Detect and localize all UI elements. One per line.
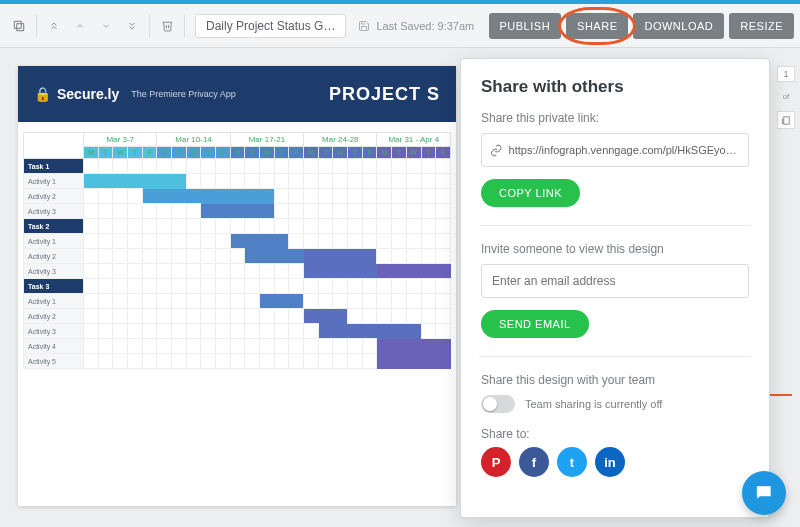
- page-of: of: [783, 92, 790, 101]
- share-button[interactable]: SHARE: [566, 13, 628, 39]
- send-email-button[interactable]: SEND EMAIL: [481, 310, 589, 338]
- publish-button[interactable]: PUBLISH: [489, 13, 562, 39]
- top-toolbar: Daily Project Status G… Last Saved: 9:37…: [0, 4, 800, 48]
- invite-label: Invite someone to view this design: [481, 242, 749, 256]
- team-share-toggle[interactable]: [481, 395, 515, 413]
- copy-icon[interactable]: [6, 12, 32, 40]
- social-linkedin-button[interactable]: in: [595, 447, 625, 477]
- chevron-down-icon[interactable]: [93, 12, 119, 40]
- gantt-chart: Mar 3-7Mar 10-14Mar 17-21Mar 24-28Mar 31…: [23, 132, 451, 369]
- page-number[interactable]: 1: [777, 66, 795, 82]
- svg-rect-0: [17, 23, 24, 30]
- share-link-box[interactable]: https://infograph.venngage.com/pl/HkSGEy…: [481, 133, 749, 167]
- share-heading: Share with others: [481, 77, 749, 97]
- pages-icon[interactable]: [777, 111, 795, 129]
- copy-link-button[interactable]: COPY LINK: [481, 179, 580, 207]
- share-to-label: Share to:: [481, 427, 749, 441]
- svg-rect-1: [14, 21, 21, 28]
- download-button[interactable]: DOWNLOAD: [633, 13, 724, 39]
- trash-icon[interactable]: [154, 12, 180, 40]
- last-saved-label: Last Saved: 9:37am: [358, 20, 474, 32]
- collapse-up-icon[interactable]: [41, 12, 67, 40]
- document-title[interactable]: Daily Project Status G…: [195, 14, 346, 38]
- save-icon: [358, 20, 370, 32]
- page-rail: 1 of: [776, 66, 796, 129]
- share-link-label: Share this private link:: [481, 111, 749, 125]
- email-field[interactable]: [481, 264, 749, 298]
- share-panel: Share with others Share this private lin…: [460, 58, 770, 518]
- chat-icon: [754, 483, 774, 503]
- link-icon: [490, 144, 503, 157]
- team-share-label: Share this design with your team: [481, 373, 749, 387]
- social-pinterest-button[interactable]: P: [481, 447, 511, 477]
- collapse-down-icon[interactable]: [119, 12, 145, 40]
- chat-button[interactable]: [742, 471, 786, 515]
- resize-button[interactable]: RESIZE: [729, 13, 794, 39]
- brand: 🔒 Secure.ly The Premiere Privacy App: [34, 86, 236, 102]
- canvas-title: PROJECT S: [329, 84, 440, 105]
- lock-icon: 🔒: [34, 86, 51, 102]
- svg-rect-2: [783, 116, 789, 123]
- design-canvas[interactable]: 🔒 Secure.ly The Premiere Privacy App PRO…: [18, 66, 456, 506]
- social-twitter-button[interactable]: t: [557, 447, 587, 477]
- chevron-up-icon[interactable]: [67, 12, 93, 40]
- team-share-status: Team sharing is currently off: [525, 398, 662, 410]
- canvas-header: 🔒 Secure.ly The Premiere Privacy App PRO…: [18, 66, 456, 122]
- social-facebook-button[interactable]: f: [519, 447, 549, 477]
